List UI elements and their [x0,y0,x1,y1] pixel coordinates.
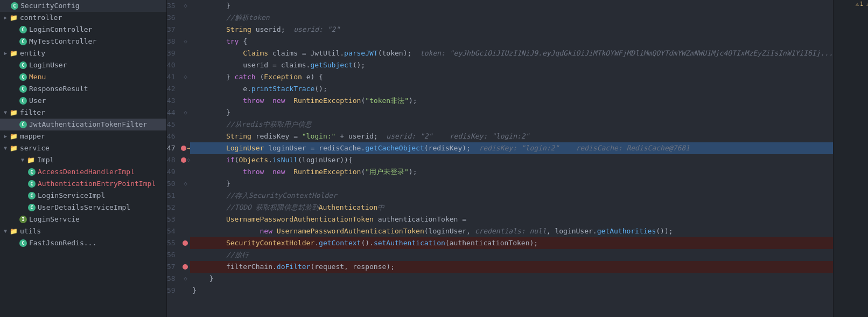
code-line-37: String userid; userid: "2" [190,24,833,36]
sidebar-item-label: JwtAuthenticationTokenFilter [29,119,147,130]
interface-icon: I [19,216,27,223]
sidebar-item-access-denied-impl[interactable]: C AccessDeniedHandlerImpl [0,166,166,178]
warning-count: 1 [860,1,863,7]
gutter-cell [181,166,191,178]
gutter-cell [181,213,191,225]
line-number: 57 [167,261,181,273]
class-icon: C [11,2,18,10]
class-icon: C [19,38,27,45]
diamond-icon: ◇ [187,154,191,166]
class-icon: C [28,204,36,211]
sidebar-item-login-service-impl[interactable]: C LoginServiceImpl [0,190,166,202]
sidebar-item-entity-redis[interactable]: C FastJsonRedis... [0,237,166,249]
code-line-55: SecurityContextHolder.getContext().setAu… [190,237,833,249]
line-number: 43 [167,95,181,107]
folder-icon: 📁 [27,154,35,166]
sidebar-item-filter[interactable]: ▼ 📁 filter [0,107,166,119]
code-line-41: } catch (Exception e) { [190,71,833,83]
collapse-arrow-icon: ▶ [2,50,9,57]
sidebar-item-user[interactable]: C User [0,95,166,107]
sidebar-item-entity[interactable]: ▶ 📁 entity [0,47,166,59]
diamond-icon: ◇ [184,36,187,47]
collapse-arrow-icon: ▶ [2,133,9,140]
file-tree[interactable]: C SecurityConfig ▶ 📁 controller C LoginC… [0,0,167,317]
line-number: 54 [167,225,181,237]
sidebar-item-label: UserDetailsServiceImpl [38,202,130,213]
line-number: 48 [167,154,181,166]
sidebar-item-response-result[interactable]: C ResponseResult [0,83,166,95]
sidebar-item-mapper[interactable]: ▶ 📁 mapper [0,130,166,142]
breakpoint-icon [181,157,186,163]
line-number: 41 [167,71,181,83]
sidebar-item-service[interactable]: ▼ 📁 service [0,142,166,154]
sidebar-item-label: LoginController [29,24,92,36]
line-number: 45 [167,119,181,130]
line-number: 56 [167,249,181,261]
sidebar-item-controller[interactable]: ▶ 📁 controller [0,12,166,24]
sidebar-item-label: Menu [29,71,46,83]
folder-icon: 📁 [10,12,18,24]
line-number: 59 [167,285,181,297]
expand-arrow-icon: ▼ [2,228,9,235]
collapse-arrow-icon: ▶ [2,15,9,21]
line-number: 58 [167,273,181,285]
breakpoint-icon [183,264,188,270]
breakpoint-icon [183,240,188,246]
code-line-58: } [190,273,833,285]
line-number: 53 [167,213,181,225]
sidebar-item-label: utils [20,225,41,237]
class-icon: C [19,85,27,93]
class-icon: C [19,26,27,33]
sidebar-item-label: LoginServcie [29,213,80,225]
sidebar-item-label: MyTestController [29,36,96,47]
class-icon: C [19,121,27,128]
sidebar-item-impl[interactable]: ▼ 📁 Impl [0,154,166,166]
code-line-43: throw new RuntimeException("token非法"); [190,95,833,107]
line-number: 44 [167,107,181,119]
sidebar-item-login-controller[interactable]: C LoginController [0,24,166,36]
line-number: 38 [167,36,181,47]
line-number: 51 [167,190,181,202]
sidebar-item-auth-entry-point-impl[interactable]: C AuthenticationEntryPointImpl [0,178,166,190]
folder-icon: 📁 [10,107,18,119]
gutter-cell: ◇ [181,0,191,12]
gutter-cell: ◇ [181,178,191,190]
code-lines: } //解析token String userid; userid: "2" t… [190,0,833,317]
sidebar-item-user-details-service-impl[interactable]: C UserDetailsServiceImpl [0,202,166,213]
class-icon: C [28,168,36,176]
sidebar-item-label: Impl [37,154,54,166]
gutter-cell: ◇ [181,36,191,47]
sidebar-item-login-service[interactable]: I LoginServcie [0,213,166,225]
sidebar-item-jwt-filter[interactable]: C JwtAuthenticationTokenFilter [0,119,166,130]
code-line-42: e.printStackTrace(); [190,83,833,95]
gutter-cell [181,249,191,261]
code-line-51: //存入SecurityContextHolder [190,190,833,202]
code-editor: 35 36 37 38 39 40 41 42 43 44 45 46 47 4… [167,0,868,317]
line-number: 36 [167,12,181,24]
gutter-cell [181,202,191,213]
gutter-cell [181,190,191,202]
sidebar-item-label: SecurityConfig [20,0,80,12]
code-area: 35 36 37 38 39 40 41 42 43 44 45 46 47 4… [167,0,868,317]
sidebar-item-login-user[interactable]: C LoginUser [0,59,166,71]
sidebar-item-utils[interactable]: ▼ 📁 utils [0,225,166,237]
gutter-cell: ◇ [181,273,191,285]
diamond-icon: ◇ [184,0,187,12]
expand-arrow-icon: ▼ [19,157,26,163]
line-number: 42 [167,83,181,95]
line-numbers: 35 36 37 38 39 40 41 42 43 44 45 46 47 4… [167,0,181,317]
code-line-52: //TODO 获取权限信息封装到Authentication中 [190,202,833,213]
sidebar-item-label: AuthenticationEntryPointImpl [38,178,156,190]
line-number: 46 [167,130,181,142]
code-line-35: } [190,0,833,12]
sidebar-item-mytest-controller[interactable]: C MyTestController [0,36,166,47]
gutter-cell [181,261,191,273]
sidebar-item-security-config[interactable]: C SecurityConfig [0,0,166,12]
folder-icon: 📁 [10,47,18,59]
code-line-49: throw new RuntimeException("用户未登录"); [190,166,833,178]
sidebar-item-menu[interactable]: C Menu [0,71,166,83]
code-line-36: //解析token [190,12,833,24]
sidebar-item-label: controller [20,12,62,24]
code-line-40: userid = claims.getSubject(); [190,59,833,71]
class-icon: C [19,97,27,105]
